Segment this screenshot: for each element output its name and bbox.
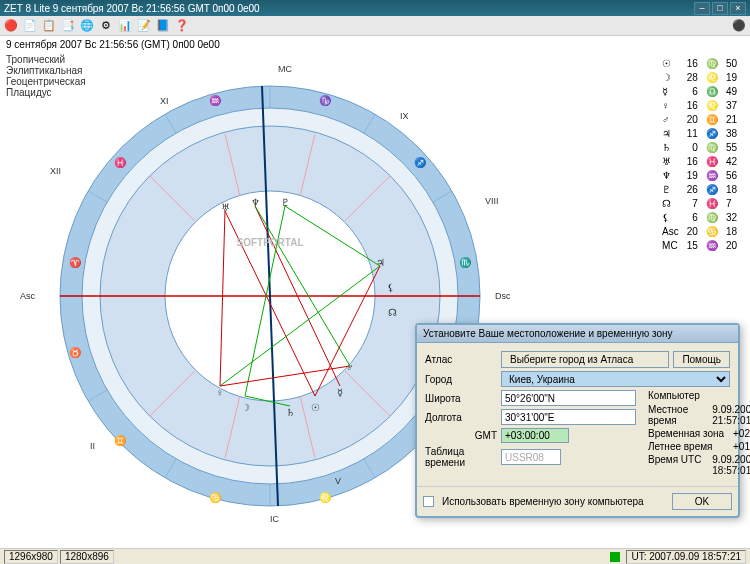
status-indicator-icon	[610, 552, 620, 562]
utc-label: Время UTC	[648, 454, 712, 476]
setting-zodiac: Тропический	[6, 54, 86, 65]
status-ut: UT: 2007.09.09 18:57:21	[626, 550, 746, 564]
svg-text:☽: ☽	[241, 402, 250, 413]
svg-text:⚸: ⚸	[387, 282, 394, 293]
svg-text:♊: ♊	[114, 434, 127, 447]
utc-value: 9.09.2007 18:57:01	[712, 454, 750, 476]
label-viii: VIII	[485, 196, 499, 206]
svg-text:♈: ♈	[69, 256, 82, 269]
svg-text:♑: ♑	[319, 94, 332, 107]
label-ii: II	[90, 441, 95, 451]
label-ix: IX	[400, 111, 409, 121]
position-row: ♅16♓42	[659, 156, 740, 168]
ok-button[interactable]: OK	[672, 493, 732, 510]
toolbar-icon-7[interactable]: 📊	[117, 18, 133, 34]
svg-text:♀: ♀	[216, 387, 224, 398]
tz-value: +02:00	[733, 428, 750, 439]
position-row: ☽28♌19	[659, 72, 740, 84]
label-mc: MC	[278, 64, 292, 74]
window-controls: – □ ×	[694, 2, 746, 15]
maximize-button[interactable]: □	[712, 2, 728, 15]
dst-value: +01:00	[733, 441, 750, 452]
toolbar-icon-9[interactable]: 📘	[155, 18, 171, 34]
svg-text:♉: ♉	[69, 346, 82, 359]
location-dialog: Установите Ваше местоположение и временн…	[415, 323, 740, 518]
dialog-title[interactable]: Установите Ваше местоположение и временн…	[417, 325, 738, 343]
toolbar-icon-1[interactable]: 🔴	[3, 18, 19, 34]
city-select[interactable]: Киев, Украина	[501, 371, 730, 387]
svg-text:♐: ♐	[414, 156, 427, 169]
local-label: Местное время	[648, 404, 712, 426]
use-computer-checkbox[interactable]	[423, 496, 434, 507]
help-button[interactable]: Помощь	[673, 351, 730, 368]
position-row: Asc20♋18	[659, 226, 740, 238]
position-row: ♃11♐38	[659, 128, 740, 140]
svg-text:♄: ♄	[286, 407, 295, 418]
toolbar-icon-10[interactable]: ❓	[174, 18, 190, 34]
lat-input[interactable]	[501, 390, 636, 406]
chart-header-info: 9 сентября 2007 Вс 21:56:56 (GMT) 0п00 0…	[6, 39, 220, 50]
gmt-value[interactable]: +03:00:00	[501, 428, 569, 443]
position-row: ♀16♌37	[659, 100, 740, 112]
toolbar: 🔴 📄 📋 📑 🌐 ⚙ 📊 📝 📘 ❓ ⚫	[0, 16, 750, 36]
position-row: ☊7♓7	[659, 198, 740, 210]
dst-label: Летнее время	[648, 441, 733, 452]
label-v: V	[335, 476, 341, 486]
toolbar-icon-right[interactable]: ⚫	[731, 18, 747, 34]
label-dsc: Dsc	[495, 291, 511, 301]
minimize-button[interactable]: –	[694, 2, 710, 15]
status-dim1: 1296x980	[4, 550, 58, 564]
svg-text:☉: ☉	[311, 402, 320, 413]
label-xi: XI	[160, 96, 169, 106]
toolbar-icon-6[interactable]: ⚙	[98, 18, 114, 34]
svg-text:☿: ☿	[337, 387, 343, 398]
position-row: MC15♒20	[659, 240, 740, 252]
position-row: ♂20♊21	[659, 114, 740, 126]
window-titlebar: ZET 8 Lite 9 сентября 2007 Вс 21:56:56 G…	[0, 0, 750, 16]
lon-label: Долгота	[425, 412, 497, 423]
lon-input[interactable]	[501, 409, 636, 425]
local-value: 9.09.2007 21:57:01	[712, 404, 750, 426]
table-label: Таблица времени	[425, 446, 497, 468]
computer-heading: Компьютер	[648, 390, 750, 401]
svg-text:♏: ♏	[459, 256, 472, 269]
toolbar-icon-4[interactable]: 📑	[60, 18, 76, 34]
watermark: SOFTPORTAL	[236, 237, 303, 248]
atlas-label: Атлас	[425, 354, 497, 365]
position-row: ☿6♎49	[659, 86, 740, 98]
svg-text:♂: ♂	[346, 362, 354, 373]
statusbar: 1296x980 1280x896 UT: 2007.09.09 18:57:2…	[0, 548, 750, 564]
planet-positions-table: ☉16♍50☽28♌19☿6♎49♀16♌37♂20♊21♃11♐38♄0♍55…	[657, 56, 742, 254]
toolbar-icon-5[interactable]: 🌐	[79, 18, 95, 34]
window-title: ZET 8 Lite 9 сентября 2007 Вс 21:56:56 G…	[4, 3, 260, 14]
content-area: 9 сентября 2007 Вс 21:56:56 (GMT) 0п00 0…	[0, 36, 750, 548]
label-ic: IC	[270, 514, 279, 524]
svg-text:♒: ♒	[209, 94, 222, 107]
toolbar-icon-8[interactable]: 📝	[136, 18, 152, 34]
status-dim2: 1280x896	[60, 550, 114, 564]
use-computer-label: Использовать временную зону компьютера	[442, 496, 644, 507]
position-row: ⚸6♍32	[659, 212, 740, 224]
lat-label: Широта	[425, 393, 497, 404]
gmt-label: GMT	[425, 430, 497, 441]
position-row: ☉16♍50	[659, 58, 740, 70]
toolbar-icon-2[interactable]: 📄	[22, 18, 38, 34]
label-xii: XII	[50, 166, 61, 176]
close-button[interactable]: ×	[730, 2, 746, 15]
position-row: ♄0♍55	[659, 142, 740, 154]
tz-label: Временная зона	[648, 428, 733, 439]
svg-text:♋: ♋	[209, 491, 222, 504]
label-asc: Asc	[20, 291, 35, 301]
position-row: ♆19♒56	[659, 170, 740, 182]
position-row: ♇26♐18	[659, 184, 740, 196]
atlas-button[interactable]: Выберите город из Атласа	[501, 351, 669, 368]
svg-text:♓: ♓	[114, 156, 127, 169]
table-input[interactable]	[501, 449, 561, 465]
toolbar-icon-3[interactable]: 📋	[41, 18, 57, 34]
svg-text:☊: ☊	[388, 307, 397, 318]
svg-text:♌: ♌	[319, 491, 332, 504]
city-label: Город	[425, 374, 497, 385]
